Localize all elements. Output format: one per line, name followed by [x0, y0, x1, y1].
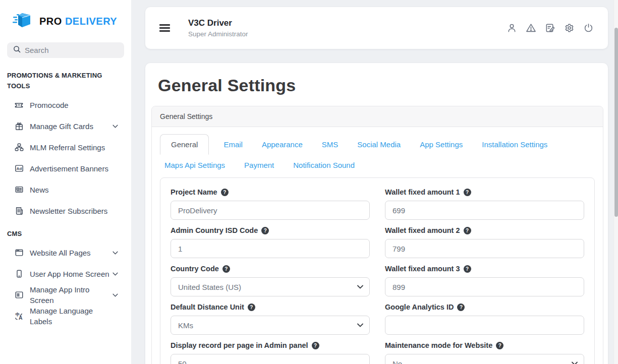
sidebar-item-newsletter-subscribers[interactable]: Newsletter Subscribers	[0, 200, 131, 221]
tab-appearance[interactable]: Appearance	[257, 135, 307, 154]
field-wallet-fixed-amount-1: Wallet fixed amount 1?	[385, 188, 584, 220]
help-icon[interactable]: ?	[464, 189, 471, 196]
help-icon[interactable]: ?	[457, 304, 465, 311]
sidebar-item-mlm-referral-settings[interactable]: MLM Referral Settings	[0, 137, 131, 158]
help-icon[interactable]: ?	[261, 227, 269, 234]
wallet-fixed-amount-1-input[interactable]	[385, 201, 584, 220]
search-icon	[13, 45, 21, 55]
help-icon[interactable]: ?	[312, 342, 319, 349]
tab-notification-sound[interactable]: Notification Sound	[289, 155, 359, 175]
main-content: V3C Driver Super Administrator General S…	[131, 0, 618, 364]
field-display-record-per-page: Display record per page in Admin panel?	[171, 341, 370, 364]
default-distance-unit-select[interactable]: KMs	[171, 316, 370, 335]
translate-icon: 中A	[14, 312, 24, 321]
field-wallet-fixed-amount-2: Wallet fixed amount 2?	[385, 226, 584, 258]
user-icon[interactable]	[507, 23, 517, 33]
form-edit-icon[interactable]	[545, 23, 555, 33]
tab-installation-settings[interactable]: Installation Settings	[477, 135, 552, 154]
field-country-code: Country Code? United States (US)	[171, 265, 370, 296]
svg-text:Ad: Ad	[16, 166, 22, 171]
tab-email[interactable]: Email	[219, 135, 247, 154]
field-project-name: Project Name?	[171, 188, 370, 220]
settings-card-header: General Settings	[152, 106, 603, 127]
chevron-down-icon	[113, 272, 118, 276]
sidebar-item-manage-app-intro-screen[interactable]: Manage App Intro Screen	[0, 284, 131, 306]
intro-card-icon	[14, 290, 24, 300]
settings-card: General Settings General Email Appearanc…	[151, 106, 603, 364]
sidebar-item-manage-gift-cards[interactable]: Manage Gift Cards	[0, 115, 131, 137]
tab-payment[interactable]: Payment	[240, 155, 278, 175]
account-info: V3C Driver Super Administrator	[188, 18, 248, 38]
scrollbar-thumb[interactable]	[614, 28, 618, 217]
sidebar: PRO DELIVERY PROMOTIONS & MARKETING TOOL…	[0, 0, 131, 364]
form-column-right: Wallet fixed amount 1? Wallet fixed amou…	[385, 188, 584, 364]
help-icon[interactable]: ?	[464, 265, 471, 273]
sitemap-icon	[14, 143, 24, 152]
page-title: General Settings	[145, 63, 608, 95]
chevron-down-icon	[113, 293, 118, 297]
tab-app-settings[interactable]: App Settings	[415, 135, 467, 154]
tab-sms[interactable]: SMS	[317, 135, 343, 154]
chevron-down-icon	[572, 361, 578, 364]
display-record-per-page-input[interactable]	[171, 354, 370, 364]
help-icon[interactable]: ?	[496, 342, 503, 349]
search-input[interactable]	[25, 46, 118, 54]
help-icon[interactable]: ?	[248, 304, 255, 311]
sidebar-search[interactable]	[7, 42, 124, 58]
google-analytics-id-input[interactable]	[385, 316, 584, 335]
help-icon[interactable]: ?	[222, 265, 230, 273]
delivery-box-icon	[12, 11, 35, 32]
form-column-left: Project Name? Admin Country ISD Code? Co…	[171, 188, 370, 364]
power-icon[interactable]	[583, 23, 594, 33]
newsletter-icon	[14, 206, 24, 216]
sidebar-item-promocode[interactable]: Promocode	[0, 94, 131, 115]
field-default-distance-unit: Default Distance Unit? KMs	[171, 303, 370, 335]
chevron-down-icon	[113, 125, 118, 128]
tab-general[interactable]: General	[160, 134, 209, 155]
mobile-phone-icon	[14, 269, 24, 279]
field-admin-country-isd-code: Admin Country ISD Code?	[171, 226, 370, 258]
maintenance-mode-select[interactable]: No	[385, 354, 584, 364]
wallet-fixed-amount-3-input[interactable]	[385, 277, 584, 296]
nav-section-title-promotions: PROMOTIONS & MARKETING TOOLS	[0, 70, 131, 91]
settings-tabs: General Email Appearance SMS Social Medi…	[160, 134, 595, 154]
svg-text:A: A	[19, 315, 23, 321]
ticket-icon	[14, 100, 24, 110]
wallet-fixed-amount-2-input[interactable]	[385, 239, 584, 258]
hamburger-icon[interactable]	[159, 23, 170, 34]
country-code-select[interactable]: United States (US)	[171, 277, 370, 296]
gear-icon[interactable]	[564, 23, 575, 33]
settings-tabs-row2: Maps Api Settings Payment Notification S…	[160, 155, 595, 175]
brand-name: PRO DELIVERY	[39, 16, 117, 27]
field-maintenance-mode-website: Maintenance mode for Website? No	[385, 341, 584, 364]
brand-logo[interactable]: PRO DELIVERY	[0, 0, 131, 32]
window-scrollbar[interactable]	[613, 0, 618, 364]
sidebar-item-news[interactable]: News	[0, 179, 131, 200]
project-name-input[interactable]	[171, 201, 370, 220]
admin-country-isd-code-input[interactable]	[171, 239, 370, 258]
nav-section-title-cms: CMS	[0, 228, 131, 239]
sidebar-item-manage-language-labels[interactable]: 中A Manage Language Labels	[0, 306, 131, 327]
field-google-analytics-id: Google Analytics ID?	[385, 303, 584, 335]
chevron-down-icon	[357, 323, 363, 327]
general-tab-panel: Project Name? Admin Country ISD Code? Co…	[160, 177, 595, 364]
chevron-down-icon	[357, 285, 363, 289]
warning-icon[interactable]	[526, 23, 536, 33]
help-icon[interactable]: ?	[464, 227, 471, 234]
browser-window-icon	[14, 248, 24, 258]
tab-maps-api-settings[interactable]: Maps Api Settings	[160, 155, 230, 175]
newspaper-icon	[14, 185, 24, 195]
account-title: V3C Driver	[188, 18, 248, 28]
field-wallet-fixed-amount-3: Wallet fixed amount 3?	[385, 265, 584, 296]
tab-social-media[interactable]: Social Media	[353, 135, 405, 154]
page-container: General Settings General Settings Genera…	[145, 63, 608, 364]
ad-banner-icon: Ad	[14, 164, 24, 173]
gift-icon	[14, 122, 24, 131]
sidebar-item-website-all-pages[interactable]: Website All Pages	[0, 242, 131, 263]
sidebar-item-advertisement-banners[interactable]: Ad Advertisement Banners	[0, 158, 131, 179]
chevron-down-icon	[113, 251, 118, 255]
help-icon[interactable]: ?	[221, 189, 229, 196]
sidebar-item-user-app-home-screen[interactable]: User App Home Screen	[0, 263, 131, 284]
top-header-bar: V3C Driver Super Administrator	[145, 7, 608, 49]
account-role: Super Administrator	[188, 30, 248, 38]
